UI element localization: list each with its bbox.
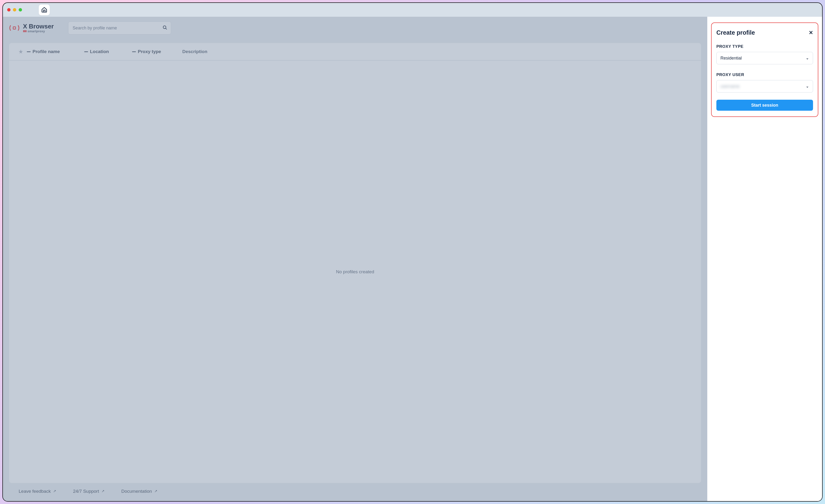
app-subtitle-text: smartproxy	[27, 30, 45, 33]
support-link[interactable]: 24/7 Support ↗	[73, 489, 104, 494]
brand: X Browser ▮▮▮ smartproxy	[9, 23, 54, 33]
favorite-column-icon[interactable]: ★	[19, 49, 23, 55]
create-profile-form: Create profile ✕ PROXY TYPE Residential …	[711, 22, 818, 117]
svg-line-2	[166, 28, 166, 29]
column-description-label: Description	[182, 49, 208, 54]
table-header: ★ Profile name Location Proxy type D	[9, 43, 701, 61]
close-panel-button[interactable]: ✕	[809, 30, 813, 35]
close-window-button[interactable]	[7, 8, 10, 11]
column-proxy-label: Proxy type	[138, 49, 161, 54]
documentation-link[interactable]: Documentation ↗	[121, 489, 157, 494]
proxy-user-select[interactable]: username ⌄	[717, 80, 813, 92]
home-button[interactable]	[39, 5, 50, 15]
proxy-user-value: username	[721, 84, 740, 89]
feedback-label: Leave feedback	[19, 489, 51, 494]
footer-links: Leave feedback ↗ 24/7 Support ↗ Document…	[9, 483, 701, 496]
proxy-type-select[interactable]: Residential ⌄	[717, 52, 813, 64]
brand-logo-icon	[9, 23, 20, 33]
start-session-button[interactable]: Start session	[717, 100, 813, 111]
home-icon	[41, 7, 47, 13]
brand-dots-icon: ▮▮▮	[23, 30, 26, 32]
column-description: Description	[182, 49, 216, 54]
app-subtitle: ▮▮▮ smartproxy	[23, 30, 54, 33]
column-proxy-type[interactable]: Proxy type	[132, 49, 180, 54]
maximize-window-button[interactable]	[19, 8, 22, 11]
app-title: X Browser	[23, 23, 54, 30]
column-location[interactable]: Location	[84, 49, 130, 54]
empty-message: No profiles created	[336, 269, 374, 274]
proxy-type-value: Residential	[721, 56, 742, 61]
search-icon[interactable]	[162, 25, 167, 31]
search-wrap	[68, 21, 171, 34]
panel-title: Create profile	[717, 29, 755, 36]
window-controls	[7, 8, 22, 11]
external-link-icon: ↗	[53, 489, 56, 493]
top-row: X Browser ▮▮▮ smartproxy	[9, 21, 701, 34]
search-input[interactable]	[68, 21, 171, 34]
support-label: 24/7 Support	[73, 489, 99, 494]
column-location-label: Location	[90, 49, 109, 54]
app-window: X Browser ▮▮▮ smartproxy	[2, 2, 823, 502]
create-profile-panel: Create profile ✕ PROXY TYPE Residential …	[707, 17, 822, 501]
chevron-down-icon: ⌄	[806, 56, 809, 60]
table-empty-state: No profiles created	[9, 61, 701, 483]
column-profile-name[interactable]: Profile name	[27, 49, 82, 54]
titlebar	[3, 3, 822, 17]
leave-feedback-link[interactable]: Leave feedback ↗	[19, 489, 56, 494]
proxy-type-label: PROXY TYPE	[717, 44, 813, 49]
svg-rect-0	[13, 27, 15, 29]
chevron-down-icon: ⌄	[806, 84, 809, 88]
external-link-icon: ↗	[154, 489, 157, 493]
main-area: X Browser ▮▮▮ smartproxy	[3, 17, 707, 501]
docs-label: Documentation	[121, 489, 152, 494]
external-link-icon: ↗	[101, 489, 104, 493]
content-area: X Browser ▮▮▮ smartproxy	[3, 17, 822, 501]
profiles-table: ★ Profile name Location Proxy type D	[9, 43, 701, 483]
proxy-user-label: PROXY USER	[717, 72, 813, 77]
minimize-window-button[interactable]	[13, 8, 16, 11]
column-profile-label: Profile name	[32, 49, 60, 54]
